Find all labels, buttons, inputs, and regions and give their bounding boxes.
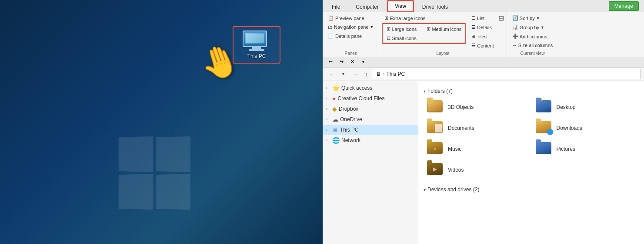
expand-arrow-icon: › bbox=[326, 117, 330, 122]
extra-large-icon: ⊞ bbox=[384, 15, 388, 21]
devices-chevron-icon: ▾ bbox=[424, 187, 426, 192]
folder-desktop[interactable]: Desktop bbox=[532, 98, 639, 117]
sort-by-btn[interactable]: 🔃 Sort by ▼ bbox=[510, 14, 555, 22]
highlighted-layout-box: ⊞ Large icons ⊞ Medium icons ⊟ bbox=[382, 23, 466, 44]
nav-dropdown-btn[interactable]: ▼ bbox=[339, 71, 348, 78]
expand-arrow-icon: › bbox=[326, 107, 330, 111]
quick-access-icon: ⭐ bbox=[332, 85, 340, 92]
nav-item-dropbox[interactable]: › ◆ Dropbox bbox=[323, 104, 418, 114]
forward-btn[interactable]: → bbox=[350, 70, 360, 79]
explorer-main-area: › ⭐ Quick access › ● Creative Cloud File… bbox=[323, 81, 644, 244]
tab-drive-tools[interactable]: Drive Tools bbox=[415, 1, 455, 12]
navigation-pane-btn[interactable]: 🗂 Navigation pane ▼ bbox=[325, 23, 376, 31]
folders-section-header: ▾ Folders (7) bbox=[424, 86, 639, 98]
address-bar[interactable]: 🖥 › This PC bbox=[372, 69, 641, 79]
add-columns-icon: ➕ bbox=[512, 34, 518, 39]
up-btn[interactable]: ↑ bbox=[362, 70, 370, 79]
content-pane: ▾ Folders (7) 3D Objects bbox=[418, 81, 644, 244]
nav-item-creative-cloud[interactable]: › ● Creative Cloud Files bbox=[323, 93, 418, 104]
current-view-label: Current view bbox=[510, 50, 555, 57]
address-bar-container: ← ▼ → ↑ 🖥 › This PC bbox=[323, 68, 644, 81]
details-icon: ☰ bbox=[471, 24, 476, 30]
folders-chevron-icon: ▾ bbox=[424, 89, 426, 94]
creative-cloud-icon: ● bbox=[332, 95, 336, 102]
pc-monitor-icon bbox=[243, 30, 270, 51]
folder-downloads[interactable]: ↓ Downloads bbox=[532, 119, 639, 138]
documents-folder-icon bbox=[427, 121, 444, 135]
music-folder-icon: ♪ bbox=[427, 142, 444, 156]
current-view-section: 🔃 Sort by ▼ 📊 Group by ▼ ➕ Add columns bbox=[507, 12, 558, 57]
expand-arrow-icon: › bbox=[326, 86, 330, 90]
nav-item-onedrive[interactable]: › ☁ OneDrive bbox=[323, 114, 418, 125]
qa-undo-icon[interactable]: ✕ bbox=[348, 58, 357, 66]
dropdown-arrow-icon: ▼ bbox=[370, 25, 374, 29]
layout-expand-icon[interactable]: ⊟ bbox=[498, 14, 504, 22]
details-pane-btn[interactable]: 📄 Details pane bbox=[325, 32, 376, 40]
group-by-btn[interactable]: 📊 Group by ▼ bbox=[510, 23, 555, 31]
windows-desktop: 🤚 This PC bbox=[0, 0, 323, 244]
preview-pane-btn[interactable]: 📋 Preview pane bbox=[325, 14, 376, 22]
large-icons-icon: ⊞ bbox=[387, 26, 390, 32]
3d-objects-folder-icon bbox=[427, 100, 444, 114]
back-btn[interactable]: ← bbox=[326, 70, 337, 79]
qa-back-icon[interactable]: ↩ bbox=[326, 58, 335, 66]
panes-label: Panes bbox=[325, 50, 376, 57]
list-btn[interactable]: ☰ List bbox=[469, 14, 497, 22]
windows-logo-decoration bbox=[118, 137, 190, 209]
onedrive-icon: ☁ bbox=[332, 116, 338, 123]
content-icon: ☰ bbox=[471, 43, 476, 48]
medium-icons-icon: ⊞ bbox=[427, 26, 430, 32]
folder-documents[interactable]: Documents bbox=[424, 119, 531, 138]
qa-forward-icon[interactable]: ↪ bbox=[337, 58, 346, 66]
list-icon: ☰ bbox=[471, 15, 476, 21]
details-pane-icon: 📄 bbox=[328, 33, 334, 39]
size-columns-icon: ↔ bbox=[512, 43, 517, 48]
folder-pictures[interactable]: Pictures bbox=[532, 139, 639, 159]
medium-icons-btn[interactable]: ⊞ Medium icons bbox=[424, 25, 464, 33]
folder-videos[interactable]: ▶ Videos bbox=[424, 160, 531, 180]
group-dropdown-arrow: ▼ bbox=[541, 25, 544, 30]
size-all-columns-btn[interactable]: ↔ Size all columns bbox=[510, 41, 555, 49]
nav-item-network[interactable]: › 🌐 Network bbox=[323, 135, 418, 146]
manage-button[interactable]: Manage bbox=[609, 1, 639, 11]
folder-music[interactable]: ♪ Music bbox=[424, 139, 531, 159]
dropbox-icon: ◆ bbox=[332, 105, 337, 112]
expand-arrow-icon: › bbox=[326, 128, 330, 132]
ribbon: File Computer View Drive Tools Manage 📋 … bbox=[323, 0, 644, 68]
extra-large-icons-btn[interactable]: ⊞ Extra large icons bbox=[382, 14, 466, 22]
details-btn[interactable]: ☰ Details bbox=[469, 23, 497, 31]
address-path: This PC bbox=[386, 71, 405, 77]
videos-folder-icon: ▶ bbox=[427, 163, 444, 177]
tab-computer[interactable]: Computer bbox=[348, 1, 386, 12]
desktop-folder-icon bbox=[536, 100, 553, 114]
expand-arrow-icon: › bbox=[326, 96, 330, 101]
tiles-btn[interactable]: ⊞ Tiles bbox=[469, 32, 497, 41]
nav-item-quick-access[interactable]: › ⭐ Quick access bbox=[323, 83, 418, 93]
content-btn[interactable]: ☰ Content bbox=[469, 41, 497, 50]
qa-dropdown-icon[interactable]: ▼ bbox=[359, 58, 368, 65]
ribbon-content: 📋 Preview pane 🗂 Navigation pane ▼ 📄 Det… bbox=[323, 12, 644, 57]
tab-view[interactable]: View bbox=[387, 0, 414, 12]
navigation-pane-icon: 🗂 bbox=[328, 24, 333, 30]
tiles-icon: ⊞ bbox=[471, 34, 475, 39]
tab-file[interactable]: File bbox=[324, 1, 347, 12]
add-columns-btn[interactable]: ➕ Add columns bbox=[510, 32, 555, 41]
folder-3d-objects[interactable]: 3D Objects bbox=[424, 98, 531, 117]
address-pc-icon: 🖥 bbox=[376, 71, 381, 77]
network-icon: 🌐 bbox=[332, 137, 340, 144]
this-pc-desktop-icon[interactable]: This PC bbox=[233, 26, 280, 64]
layout-section: ⊞ Extra large icons ⊞ Large icons bbox=[379, 12, 507, 57]
devices-section-header: ▾ Devices and drives (2) bbox=[424, 185, 639, 196]
this-pc-nav-icon: 🖥 bbox=[332, 126, 338, 133]
navigation-pane: › ⭐ Quick access › ● Creative Cloud File… bbox=[323, 81, 418, 244]
file-explorer-window: File Computer View Drive Tools Manage 📋 … bbox=[323, 0, 644, 244]
sort-icon: 🔃 bbox=[512, 15, 518, 21]
downloads-folder-icon: ↓ bbox=[536, 121, 553, 135]
small-icons-btn[interactable]: ⊟ Small icons bbox=[384, 34, 423, 42]
quick-access-toolbar: ↩ ↪ ✕ ▼ bbox=[323, 57, 644, 67]
nav-item-this-pc[interactable]: › 🖥 This PC bbox=[323, 125, 418, 135]
desktop-icon-label: This PC bbox=[247, 53, 266, 59]
folders-grid: 3D Objects Desktop bbox=[424, 98, 639, 180]
large-icons-btn[interactable]: ⊞ Large icons bbox=[384, 25, 423, 33]
sort-dropdown-arrow: ▼ bbox=[536, 16, 540, 20]
